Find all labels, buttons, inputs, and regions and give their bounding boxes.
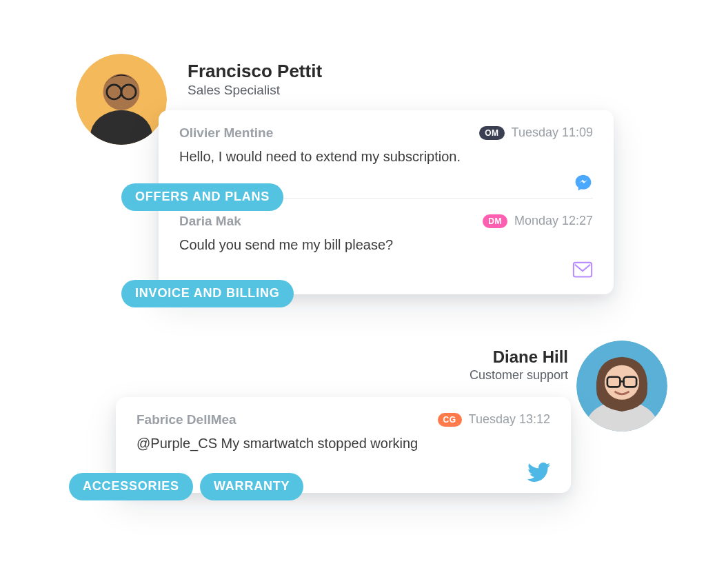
ticket-message: Could you send me my bill please? [179,236,593,254]
ticket[interactable]: Fabrice DellMea CG Tuesday 13:12 @Purple… [137,412,550,453]
ticket-message: Hello, I would need to extend my subscri… [179,148,593,166]
ticket-time: Tuesday 13:12 [469,412,550,427]
tag-accessories[interactable]: ACCESSORIES [69,473,193,500]
initials-badge: DM [483,214,507,228]
initials-badge: OM [479,126,504,140]
avatar [576,341,667,432]
ticket-time: Monday 12:27 [514,214,593,228]
ticket-time: Tuesday 11:09 [512,125,593,140]
avatar-icon [76,54,167,145]
agent-name: Diane Hill [493,347,568,367]
messenger-icon [574,173,593,192]
initials-badge: CG [438,413,462,427]
agent-name: Francisco Pettit [188,61,322,82]
avatar [76,54,167,145]
ticket[interactable]: Daria Mak DM Monday 12:27 Could you send… [179,214,593,254]
agent-role: Customer support [470,368,568,383]
tag-invoice-and-billing[interactable]: INVOICE AND BILLING [121,280,294,307]
ticket[interactable]: Olivier Mentine OM Tuesday 11:09 Hello, … [179,125,593,166]
svg-rect-7 [574,263,592,277]
ticket-message: @Purple_CS My smartwatch stopped working [137,434,550,453]
tag-offers-and-plans[interactable]: OFFERS AND PLANS [121,183,283,211]
mail-icon [572,261,593,279]
tag-warranty[interactable]: WARRANTY [200,473,303,500]
avatar-icon [576,341,667,432]
twitter-icon [527,463,550,482]
agent-role: Sales Specialist [188,83,280,98]
